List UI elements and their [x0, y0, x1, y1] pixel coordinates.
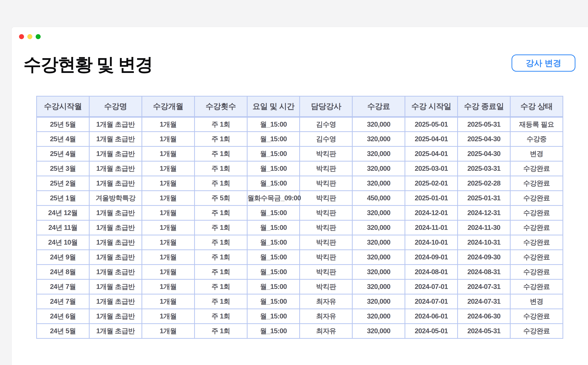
table-cell: 2025-03-01 — [405, 161, 458, 176]
page-title: 수강현황 및 변경 — [23, 53, 152, 77]
table-row: 24년 5월1개월 초급반1개월주 1회월_15:00최자유320,000202… — [36, 324, 563, 338]
minimize-button[interactable] — [27, 34, 32, 39]
table-cell: 월_15:00 — [247, 176, 300, 191]
table-cell: 월_15:00 — [247, 205, 300, 220]
table-cell: 박킥판 — [300, 235, 352, 250]
table-cell: 1개월 초급반 — [89, 205, 142, 220]
table-cell: 수강완료 — [510, 250, 563, 265]
table-cell: 2025-04-30 — [458, 146, 510, 161]
table-cell: 2024-11-30 — [458, 220, 510, 235]
column-header: 수강시작월 — [36, 96, 89, 117]
table-cell: 1개월 — [142, 220, 195, 235]
table-cell: 2024-09-01 — [405, 250, 458, 265]
table-cell: 1개월 초급반 — [89, 250, 142, 265]
table-cell: 주 1회 — [195, 161, 247, 176]
table-cell: 1개월 초급반 — [89, 220, 142, 235]
table-cell: 2025-04-30 — [458, 132, 510, 146]
table-cell: 24년 10월 — [36, 235, 89, 250]
table-body: 25년 5월1개월 초급반1개월주 1회월_15:00김수영320,000202… — [36, 117, 563, 338]
table-cell: 320,000 — [352, 294, 405, 309]
desktop-background: 수강현황 및 변경 강사 변경 수강시작월수강명수강개월수강횟수요일 및 시간담… — [0, 0, 588, 365]
table-cell: 1개월 초급반 — [89, 309, 142, 324]
table-cell: 재등록 필요 — [510, 117, 563, 132]
table-cell: 1개월 초급반 — [89, 265, 142, 279]
table-cell: 월_15:00 — [247, 265, 300, 279]
table-cell: 320,000 — [352, 220, 405, 235]
table-cell: 320,000 — [352, 279, 405, 294]
table-row: 24년 12월1개월 초급반1개월주 1회월_15:00박킥판320,00020… — [36, 205, 563, 220]
maximize-button[interactable] — [36, 34, 41, 39]
table-cell: 월_15:00 — [247, 250, 300, 265]
close-button[interactable] — [19, 34, 24, 39]
table-cell: 박킥판 — [300, 250, 352, 265]
table-cell: 1개월 — [142, 265, 195, 279]
table-cell: 24년 8월 — [36, 265, 89, 279]
table-cell: 월_15:00 — [247, 294, 300, 309]
table-cell: 2024-05-01 — [405, 324, 458, 338]
table-cell: 1개월 — [142, 191, 195, 205]
table-cell: 주 1회 — [195, 235, 247, 250]
table-cell: 320,000 — [352, 176, 405, 191]
table-cell: 수강완료 — [510, 176, 563, 191]
column-header: 수강 종료일 — [458, 96, 510, 117]
table-cell: 2024-08-31 — [458, 265, 510, 279]
table-cell: 2024-07-31 — [458, 279, 510, 294]
table-cell: 1개월 초급반 — [89, 279, 142, 294]
table-row: 24년 9월1개월 초급반1개월주 1회월_15:00박킥판320,000202… — [36, 250, 563, 265]
table-cell: 수강완료 — [510, 279, 563, 294]
table-cell: 월_15:00 — [247, 161, 300, 176]
table-cell: 2025-03-31 — [458, 161, 510, 176]
table-cell: 1개월 — [142, 117, 195, 132]
table-cell: 320,000 — [352, 205, 405, 220]
table-cell: 겨울방학특강 — [89, 191, 142, 205]
table-cell: 24년 6월 — [36, 309, 89, 324]
table-cell: 수강완료 — [510, 205, 563, 220]
table-cell: 24년 11월 — [36, 220, 89, 235]
table-cell: 주 1회 — [195, 117, 247, 132]
table-cell: 주 1회 — [195, 324, 247, 338]
table-cell: 수강완료 — [510, 309, 563, 324]
table-cell: 320,000 — [352, 235, 405, 250]
change-instructor-button[interactable]: 강사 변경 — [511, 55, 575, 72]
table-cell: 주 1회 — [195, 205, 247, 220]
table-cell: 2024-12-01 — [405, 205, 458, 220]
table-cell: 2024-08-01 — [405, 265, 458, 279]
table-cell: 최자유 — [300, 294, 352, 309]
table-cell: 2025-04-01 — [405, 146, 458, 161]
table-cell: 박킥판 — [300, 191, 352, 205]
table-cell: 1개월 초급반 — [89, 146, 142, 161]
table-cell: 2024-11-01 — [405, 220, 458, 235]
table-cell: 월화수목금_09:00 — [247, 191, 300, 205]
table-cell: 1개월 초급반 — [89, 117, 142, 132]
table-cell: 주 1회 — [195, 294, 247, 309]
table-cell: 박킥판 — [300, 279, 352, 294]
table-cell: 2025-02-28 — [458, 176, 510, 191]
table-cell: 주 1회 — [195, 176, 247, 191]
table-cell: 수강완료 — [510, 235, 563, 250]
table-cell: 2025-05-31 — [458, 117, 510, 132]
window-controls — [19, 34, 41, 39]
table-cell: 수강완료 — [510, 161, 563, 176]
table-cell: 25년 5월 — [36, 117, 89, 132]
table-cell: 24년 9월 — [36, 250, 89, 265]
table-cell: 320,000 — [352, 309, 405, 324]
table-row: 25년 5월1개월 초급반1개월주 1회월_15:00김수영320,000202… — [36, 117, 563, 132]
table-cell: 2024-07-01 — [405, 279, 458, 294]
table-cell: 1개월 — [142, 205, 195, 220]
table-cell: 박킥판 — [300, 205, 352, 220]
table-cell: 2024-12-31 — [458, 205, 510, 220]
table-cell: 1개월 — [142, 235, 195, 250]
table-cell: 2024-06-30 — [458, 309, 510, 324]
table-cell: 1개월 초급반 — [89, 161, 142, 176]
column-header: 수강횟수 — [195, 96, 247, 117]
table-cell: 최자유 — [300, 309, 352, 324]
table-cell: 320,000 — [352, 132, 405, 146]
table-cell: 25년 2월 — [36, 176, 89, 191]
table-cell: 24년 5월 — [36, 324, 89, 338]
table-cell: 1개월 — [142, 294, 195, 309]
table-cell: 24년 7월 — [36, 279, 89, 294]
table-cell: 주 1회 — [195, 250, 247, 265]
table-cell: 최자유 — [300, 324, 352, 338]
table-cell: 1개월 — [142, 309, 195, 324]
table-cell: 25년 1월 — [36, 191, 89, 205]
